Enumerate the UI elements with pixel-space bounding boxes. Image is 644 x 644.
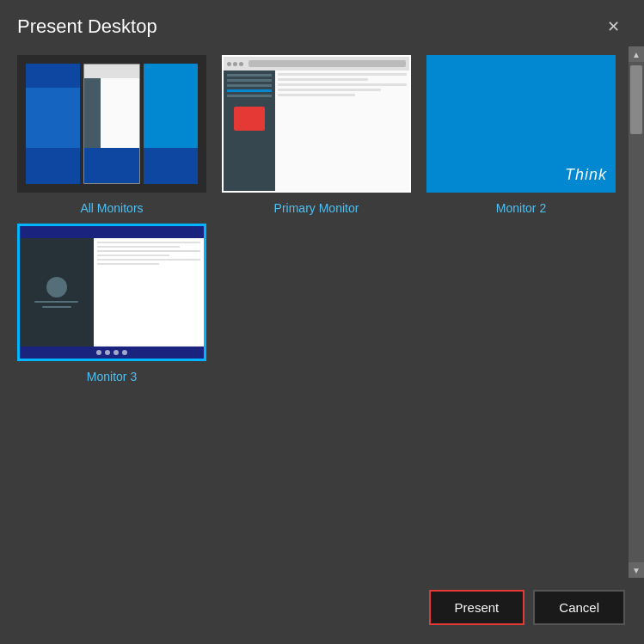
monitor-grid: Think All Monitors [0, 46, 629, 578]
monitor-thumb-3 [17, 224, 206, 361]
right-panel [94, 238, 204, 347]
monitor-row-1: Think All Monitors [17, 55, 611, 215]
monitor-item-primary[interactable]: Primary Monitor [222, 55, 411, 215]
present-desktop-dialog: Present Desktop ✕ [0, 0, 644, 644]
monitor-label-all: All Monitors [80, 201, 143, 215]
mini-screen-1 [26, 64, 80, 184]
ctrl-dot-4 [122, 350, 127, 355]
dialog-footer: Present Cancel [0, 578, 644, 644]
close-button[interactable]: ✕ [600, 15, 627, 38]
sidebar-mini [224, 71, 275, 191]
left-panel [20, 238, 94, 347]
dot-2 [233, 62, 237, 66]
avatar-circle [46, 277, 67, 297]
dot-3 [239, 62, 243, 66]
scrollbar-arrow-down[interactable]: ▼ [629, 562, 644, 578]
monitor-item-3[interactable]: Monitor 3 [17, 224, 206, 383]
browser-bar [224, 57, 409, 71]
scrollbar-thumb[interactable] [630, 65, 642, 134]
monitor-item-all[interactable]: Think All Monitors [17, 55, 206, 215]
ctrl-dot-2 [105, 350, 110, 355]
dialog-title: Present Desktop [17, 15, 157, 38]
monitor-row-2: Monitor 3 [17, 224, 611, 383]
dialog-body: Think All Monitors [0, 46, 644, 578]
bottom-controls [20, 347, 204, 359]
content-area [20, 238, 204, 347]
browser-content [224, 71, 409, 191]
monitor-label-3: Monitor 3 [87, 370, 137, 383]
mini-screen-3: Think [144, 64, 198, 184]
cancel-button[interactable]: Cancel [533, 590, 625, 625]
dialog-header: Present Desktop ✕ [0, 0, 644, 46]
monitor-label-2: Monitor 2 [496, 201, 546, 215]
dot-1 [227, 62, 231, 66]
main-mini [275, 71, 409, 191]
ctrl-dot-1 [96, 350, 101, 355]
scrollbar-track: ▲ ▼ [629, 46, 644, 578]
monitor-thumb-2: Think [426, 55, 616, 193]
think-text: Think [565, 166, 607, 184]
scrollbar-arrow-up[interactable]: ▲ [629, 46, 644, 62]
top-bar [20, 226, 204, 238]
monitor-label-primary: Primary Monitor [274, 201, 359, 215]
monitor-thumb-all: Think [17, 55, 206, 193]
mini-screen-2 [83, 64, 139, 184]
present-button[interactable]: Present [429, 590, 525, 625]
ctrl-dot-3 [113, 350, 119, 355]
monitor-thumb-primary [222, 55, 411, 193]
monitor-item-2[interactable]: Think Monitor 2 [426, 55, 616, 215]
